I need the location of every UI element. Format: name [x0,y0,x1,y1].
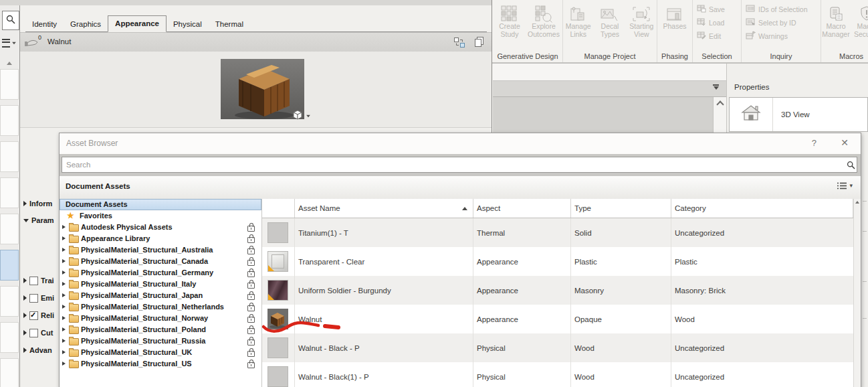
section-cutouts[interactable]: Cut [23,328,53,337]
tree-item-folder[interactable]: PhysicalMaterial_Structural_UK [60,347,261,358]
select-by-id-button[interactable]: Select by ID [746,17,821,28]
duplicate-asset-icon[interactable] [474,36,484,50]
tree-item-folder[interactable]: PhysicalMaterial_Structural_Australia [60,244,261,256]
tree-item-folder[interactable]: PhysicalMaterial_Structural_US [60,358,261,370]
create-study-button[interactable]: Create Study [494,1,525,51]
close-icon[interactable]: ✕ [841,137,849,148]
scroll-up-icon[interactable] [855,201,859,204]
tree-item-folder[interactable]: Appearance Library [60,233,261,244]
emissivity-checkbox[interactable] [29,294,38,303]
tree-item-document-assets[interactable]: Document Assets [60,199,261,210]
tree-item-folder[interactable]: PhysicalMaterial_Structural_Netherlands [60,301,261,313]
revit-application-window: Create Study Explore Outcomes Generative… [0,0,868,387]
expand-arrow-icon[interactable] [62,316,66,320]
help-button[interactable]: ? [812,138,817,148]
material-search-button[interactable] [2,11,19,30]
tree-item-folder[interactable]: PhysicalMaterial_Structural_Norway [60,313,261,324]
asset-browser-titlebar[interactable]: Asset Browser ? ✕ [60,133,861,155]
material-list-item[interactable] [0,69,19,100]
thumbnail-column-header[interactable] [262,199,295,218]
section-information[interactable]: Inform [23,199,52,208]
view-options-button[interactable]: ▾ [837,181,853,190]
tree-item-folder[interactable]: PhysicalMaterial_Structural_Poland [60,324,261,335]
tab-graphics[interactable]: Graphics [64,17,108,31]
appearance-asset-header: 0 Walnut [20,32,492,53]
material-list-item[interactable] [0,177,19,208]
expand-arrow-icon[interactable] [62,248,66,252]
material-list-item[interactable] [0,105,19,136]
tree-item-folder[interactable]: Autodesk Physical Assets [60,222,261,233]
expand-arrow-icon[interactable] [62,293,66,297]
expand-arrow-icon[interactable] [62,270,66,275]
asset-row-transparent[interactable]: Transparent - Clear Appearance Plastic P… [262,247,853,276]
material-list-item[interactable] [0,322,19,353]
asset-row-walnut-black-1[interactable]: Walnut - Black(1) - P Physical Wood Unca… [262,362,853,387]
expand-arrow-icon[interactable] [62,339,66,343]
swap-asset-icon[interactable] [453,37,465,51]
tree-item-folder[interactable]: PhysicalMaterial_Structural_Japan [60,290,261,301]
expand-arrow-icon[interactable] [62,236,66,240]
expand-arrow-icon[interactable] [62,350,66,354]
material-list-item[interactable] [0,358,19,387]
tree-item-folder[interactable]: PhysicalMaterial_Structural_Germany [60,267,261,279]
material-list-menu-button[interactable] [1,35,18,51]
section-transparency[interactable]: Trai [23,276,54,285]
expand-arrow-icon[interactable] [62,225,66,229]
search-icon[interactable] [847,160,855,172]
cutouts-checkbox[interactable] [29,329,38,337]
starting-view-button[interactable]: Starting View [627,1,657,51]
scroll-up-icon[interactable] [7,62,12,65]
manage-links-button[interactable]: Manage Links [563,1,593,51]
ids-of-selection-button[interactable]: IDs of Selection [746,3,821,15]
material-list-item[interactable] [0,141,19,172]
tree-item-favorites[interactable]: ★ Favorites [60,210,261,222]
asset-row-uniform-soldier[interactable]: Uniform Soldier - Burgundy Appearance Ma… [262,276,853,305]
macro-security-button[interactable]: Macro Security [852,1,868,51]
background-scrollbar[interactable] [713,97,727,133]
relief-checkbox-checked[interactable] [29,311,38,320]
material-list-item[interactable] [0,214,19,244]
decal-types-button[interactable]: Decal Types [594,1,625,51]
column-header-category[interactable]: Category [671,199,853,218]
tree-item-folder[interactable]: PhysicalMaterial_Structural_Russia [60,335,261,347]
section-emissivity[interactable]: Emi [23,293,54,303]
preview-scene-button[interactable] [292,109,311,123]
section-advanced[interactable]: Advan [23,345,52,355]
save-selection-button[interactable]: Save [697,3,741,15]
explore-outcomes-button[interactable]: Explore Outcomes [526,1,561,51]
tab-physical[interactable]: Physical [167,17,209,31]
phases-button[interactable]: Phases [659,1,690,51]
warnings-button[interactable]: Warnings [746,30,821,42]
load-selection-button[interactable]: Load [697,17,741,28]
material-list-item-selected[interactable] [0,250,19,281]
expand-arrow-icon[interactable] [62,327,66,331]
tab-identity[interactable]: Identity [25,17,64,31]
expand-arrow-icon[interactable] [62,259,66,263]
transparency-checkbox[interactable] [29,277,38,285]
expand-arrow-icon[interactable] [62,362,66,366]
edit-selection-button[interactable]: Edit [697,30,741,42]
tree-item-folder[interactable]: PhysicalMaterial_Structural_Italy [60,279,261,290]
lock-icon [247,351,255,357]
expand-arrow-icon[interactable] [62,282,66,286]
tree-item-folder[interactable]: PhysicalMaterial_Structural_Canada [60,256,261,267]
filter-icon[interactable] [713,84,719,90]
section-parameters[interactable]: Param [23,216,54,225]
ribbon-group-phasing: Phases Phasing [657,0,693,62]
column-header-aspect[interactable]: Aspect [473,199,571,218]
asset-row-walnut[interactable]: Walnut Appearance Opaque Wood [262,305,853,333]
tab-thermal[interactable]: Thermal [209,17,250,31]
type-selector[interactable]: 3D View [729,97,868,132]
table-scrollbar[interactable] [853,199,861,387]
column-header-asset-name[interactable]: Asset Name [295,199,473,218]
search-input[interactable] [62,157,857,173]
asset-row-titanium[interactable]: Titanium(1) - T Thermal Solid Uncategori… [262,218,853,247]
column-header-type[interactable]: Type [571,199,671,218]
expand-arrow-icon[interactable] [62,305,66,309]
scroll-up-icon[interactable] [716,100,724,108]
material-list-item[interactable] [0,286,19,317]
tab-appearance[interactable]: Appearance [108,15,167,32]
section-relief-pattern[interactable]: Reli [23,311,54,320]
asset-row-walnut-black[interactable]: Walnut - Black - P Physical Wood Uncateg… [262,333,853,362]
macro-manager-button[interactable]: Macro Manager [821,1,851,51]
